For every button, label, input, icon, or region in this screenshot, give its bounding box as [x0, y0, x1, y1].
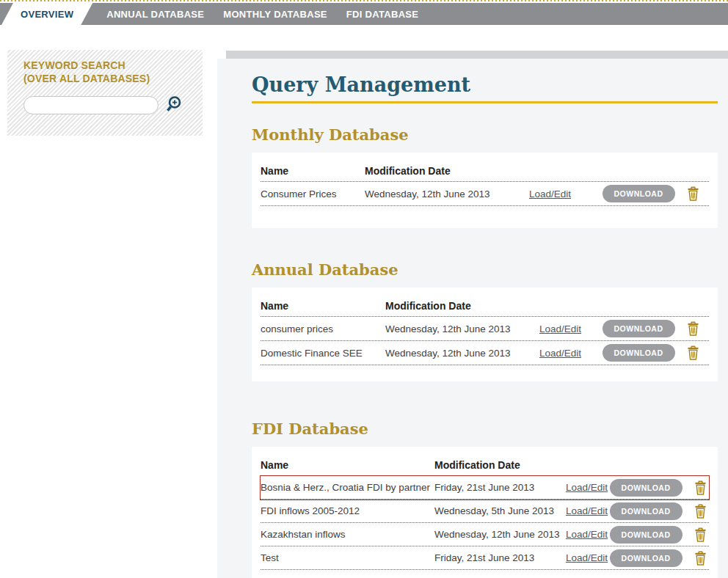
table-header: Name Modification Date	[261, 160, 709, 182]
table-row: Kazakhstan inflows Wednesday, 12th June …	[261, 523, 709, 546]
trash-icon[interactable]	[677, 186, 709, 201]
keyword-search-title: KEYWORD SEARCH (OVER ALL DATABASES)	[23, 59, 188, 85]
load-edit-link[interactable]: Load/Edit	[539, 323, 581, 334]
table-header: Name Modification Date	[261, 454, 709, 476]
load-edit-link[interactable]: Load/Edit	[566, 529, 608, 540]
column-header-modification-date: Modification Date	[385, 300, 539, 312]
query-name: consumer prices	[261, 323, 385, 334]
trash-icon[interactable]	[684, 480, 716, 495]
query-modification-date: Wednesday, 12th June 2013	[365, 189, 529, 200]
search-row	[23, 95, 188, 115]
query-modification-date: Wednesday, 12th June 2013	[434, 529, 566, 540]
table-row: Domestic Finance SEE Wednesday, 12th Jun…	[261, 341, 709, 365]
tab-monthly-database[interactable]: MONTHLY DATABASE	[214, 3, 337, 25]
download-button[interactable]: DOWNLOAD	[603, 185, 675, 202]
keyword-search-title-line2: (OVER ALL DATABASES)	[23, 72, 188, 85]
query-modification-date: Friday, 21st June 2013	[434, 552, 566, 563]
top-navigation: OVERVIEW ANNUAL DATABASE MONTHLY DATABAS…	[0, 3, 728, 25]
tab-overview-label: OVERVIEW	[21, 9, 73, 20]
main-content: Query Management Monthly Database Name M…	[217, 59, 728, 578]
download-button[interactable]: DOWNLOAD	[610, 479, 682, 497]
query-modification-date: Wednesday, 12th June 2013	[385, 323, 539, 334]
tab-annual-database-label: ANNUAL DATABASE	[106, 9, 204, 20]
page: OVERVIEW ANNUAL DATABASE MONTHLY DATABAS…	[0, 0, 728, 578]
table-row: Test Friday, 21st June 2013 Load/Edit DO…	[261, 546, 709, 570]
query-modification-date: Friday, 21st June 2013	[434, 482, 566, 493]
section-heading-annual: Annual Database	[252, 260, 718, 279]
column-header-modification-date: Modification Date	[434, 459, 566, 471]
zoom-in-magnifier-icon[interactable]	[165, 95, 185, 115]
load-edit-link[interactable]: Load/Edit	[566, 552, 608, 563]
query-name: Kazakhstan inflows	[261, 529, 434, 540]
load-edit-link[interactable]: Load/Edit	[529, 189, 571, 200]
keyword-search-panel: KEYWORD SEARCH (OVER ALL DATABASES)	[7, 50, 203, 136]
column-header-name: Name	[261, 459, 434, 471]
query-name: FDI inflows 2005-2012	[261, 505, 434, 516]
search-input[interactable]	[23, 96, 159, 114]
table-row-highlighted: Bosnia & Herz., Croatia FDI by partner F…	[261, 476, 709, 500]
table-row: consumer prices Wednesday, 12th June 201…	[261, 317, 709, 341]
download-button[interactable]: DOWNLOAD	[603, 344, 675, 362]
tab-annual-database[interactable]: ANNUAL DATABASE	[97, 3, 214, 25]
trash-icon[interactable]	[684, 551, 716, 566]
query-name: Bosnia & Herz., Croatia FDI by partner	[261, 482, 434, 493]
fdi-database-card: Name Modification Date Bosnia & Herz., C…	[252, 447, 718, 578]
section-heading-monthly: Monthly Database	[252, 125, 718, 144]
table-row: FDI inflows 2005-2012 Wednesday, 5th Jun…	[261, 500, 709, 523]
load-edit-link[interactable]: Load/Edit	[539, 348, 581, 359]
column-header-modification-date: Modification Date	[365, 165, 529, 177]
trash-icon[interactable]	[677, 321, 709, 336]
content-top-bar	[226, 51, 728, 59]
tab-overview[interactable]: OVERVIEW	[1, 3, 92, 25]
table-row: Consumer Prices Wednesday, 12th June 201…	[261, 182, 709, 206]
trash-icon[interactable]	[684, 504, 716, 519]
download-button[interactable]: DOWNLOAD	[610, 502, 682, 520]
tab-fdi-database-label: FDI DATABASE	[346, 9, 418, 20]
query-name: Consumer Prices	[261, 189, 365, 200]
download-button[interactable]: DOWNLOAD	[610, 526, 682, 544]
keyword-search-title-line1: KEYWORD SEARCH	[23, 59, 188, 72]
tab-fdi-database[interactable]: FDI DATABASE	[337, 3, 428, 25]
tab-monthly-database-label: MONTHLY DATABASE	[223, 9, 327, 20]
query-name: Domestic Finance SEE	[261, 348, 385, 359]
trash-icon[interactable]	[677, 345, 709, 360]
column-header-name: Name	[261, 300, 385, 312]
query-modification-date: Wednesday, 12th June 2013	[385, 348, 539, 359]
load-edit-link[interactable]: Load/Edit	[566, 482, 608, 493]
query-name: Test	[261, 552, 434, 563]
trash-icon[interactable]	[684, 527, 716, 542]
download-button[interactable]: DOWNLOAD	[610, 549, 682, 567]
monthly-database-card: Name Modification Date Consumer Prices W…	[252, 153, 718, 228]
column-header-name: Name	[261, 165, 365, 177]
load-edit-link[interactable]: Load/Edit	[566, 505, 608, 516]
page-title: Query Management	[252, 73, 718, 103]
download-button[interactable]: DOWNLOAD	[603, 320, 675, 337]
section-heading-fdi: FDI Database	[252, 420, 718, 438]
annual-database-card: Name Modification Date consumer prices W…	[252, 288, 718, 381]
table-header: Name Modification Date	[261, 295, 709, 317]
query-modification-date: Wednesday, 5th June 2013	[434, 505, 566, 516]
